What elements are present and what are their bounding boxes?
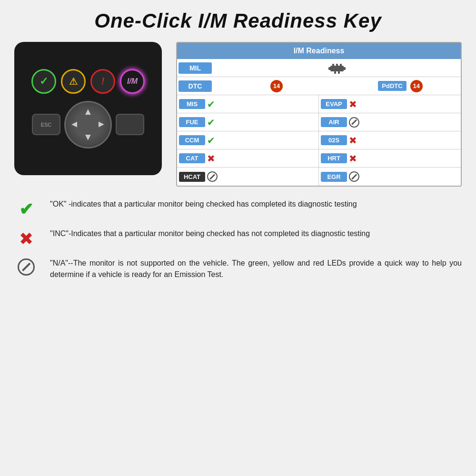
svg-rect-1 [328, 67, 331, 70]
monitor-right-col: EVAP ✖ AIR 02S ✖ HRT ✖ [319, 95, 461, 186]
hrt-label: HRT [321, 153, 347, 163]
mis-status: ✔ [207, 99, 215, 110]
air-label: AIR [321, 117, 347, 127]
im-table-body: MIL [177, 59, 461, 186]
svg-rect-3 [332, 64, 334, 67]
mis-row: MIS ✔ [177, 95, 319, 113]
device-btn-im: I/M [120, 69, 145, 94]
mil-label: MIL [178, 62, 212, 74]
hrt-status: ✖ [349, 153, 357, 164]
im-table-header: I/M Readiness [177, 43, 461, 59]
mil-row: MIL [177, 59, 461, 77]
dtc-label: DTC [178, 80, 212, 92]
page: One-Click I/M Readiness Key ✓ ⚠ ! I/M [0, 0, 476, 476]
ccm-status: ✔ [207, 135, 215, 146]
nav-right-arrow: ▲ [97, 120, 108, 129]
device-buttons-row: ✓ ⚠ ! I/M [31, 69, 145, 94]
dtc-value: 14 [213, 78, 340, 94]
pddtc-section: PdDTC 14 [340, 80, 461, 92]
legend-x-icon: ✖ [19, 229, 33, 249]
im-readiness-table: I/M Readiness MIL [176, 42, 462, 187]
extra-button [116, 114, 144, 135]
o2s-row: 02S ✖ [319, 131, 461, 149]
device-btn-excl: ! [90, 69, 115, 94]
nav-up-arrow: ▲ [83, 106, 93, 117]
air-row: AIR [319, 113, 461, 131]
evap-row: EVAP ✖ [319, 95, 461, 113]
warn-icon: ⚠ [69, 76, 78, 87]
device-btn-check: ✓ [31, 69, 56, 94]
egr-status [349, 171, 359, 182]
legend-check-icon: ✔ [19, 199, 33, 219]
excl-icon: ! [101, 76, 105, 87]
legend-inc: ✖ "INC"-Indicates that a particular moni… [14, 228, 462, 249]
nav-left-arrow: ▲ [69, 120, 79, 129]
nav-center: ▲ ▲ ▲ ▲ [64, 101, 112, 149]
dtc-row: DTC 14 PdDTC 14 [177, 77, 461, 95]
hcat-label: HCAT [179, 172, 205, 182]
legend-section: ✔ "OK" -indicates that a particular moni… [14, 198, 462, 280]
hcat-status [207, 171, 218, 182]
egr-label: EGR [321, 172, 347, 182]
top-section: ✓ ⚠ ! I/M ESC ▲ ▲ ▲ [14, 42, 462, 187]
pddtc-label: PdDTC [378, 81, 406, 91]
svg-rect-2 [343, 67, 346, 70]
hrt-row: HRT ✖ [319, 149, 461, 168]
im-text: I/M [127, 77, 138, 86]
mis-label: MIS [179, 99, 205, 109]
esc-button: ESC [32, 114, 60, 135]
page-title: One-Click I/M Readiness Key [14, 10, 462, 32]
legend-na: "N/A"--The monitor is not supported on t… [14, 258, 462, 280]
legend-na-icon-col [14, 258, 38, 276]
svg-rect-4 [336, 64, 338, 67]
device-illustration: ✓ ⚠ ! I/M ESC ▲ ▲ ▲ [14, 42, 162, 175]
mil-value [213, 60, 461, 76]
o2s-label: 02S [321, 135, 347, 145]
device-nav: ESC ▲ ▲ ▲ ▲ [32, 101, 144, 149]
ccm-label: CCM [179, 135, 205, 145]
check-icon: ✓ [40, 75, 48, 88]
cat-status: ✖ [207, 153, 215, 164]
fue-row: FUE ✔ [177, 113, 319, 131]
device-btn-warn: ⚠ [61, 69, 86, 94]
legend-inc-icon-col: ✖ [14, 228, 38, 249]
legend-na-text: "N/A"--The monitor is not supported on t… [50, 258, 462, 280]
legend-na-icon [18, 258, 35, 276]
legend-ok: ✔ "OK" -indicates that a particular moni… [14, 198, 462, 219]
air-status [349, 117, 359, 128]
svg-rect-6 [334, 71, 336, 74]
cat-label: CAT [179, 153, 205, 163]
ccm-row: CCM ✔ [177, 131, 319, 149]
hcat-row: HCAT [177, 168, 319, 186]
egr-row: EGR [319, 168, 461, 186]
dtc-badge: 14 [270, 80, 283, 92]
evap-label: EVAP [321, 99, 347, 109]
fue-status: ✔ [207, 117, 215, 128]
svg-rect-7 [338, 71, 340, 74]
cat-row: CAT ✖ [177, 149, 319, 168]
esc-label: ESC [41, 122, 52, 128]
legend-inc-text: "INC"-Indicates that a particular monito… [50, 228, 462, 239]
pddtc-badge: 14 [410, 80, 423, 92]
legend-ok-text: "OK" -indicates that a particular monito… [50, 198, 462, 210]
svg-rect-5 [340, 64, 342, 67]
nav-down-arrow: ▲ [83, 132, 93, 143]
fue-label: FUE [179, 117, 205, 127]
legend-ok-icon-col: ✔ [14, 198, 38, 219]
o2s-status: ✖ [349, 135, 357, 146]
monitor-left-col: MIS ✔ FUE ✔ CCM ✔ CAT ✖ [177, 95, 319, 186]
evap-status: ✖ [349, 99, 357, 110]
engine-icon [327, 62, 347, 74]
monitor-rows: MIS ✔ FUE ✔ CCM ✔ CAT ✖ [177, 95, 461, 186]
